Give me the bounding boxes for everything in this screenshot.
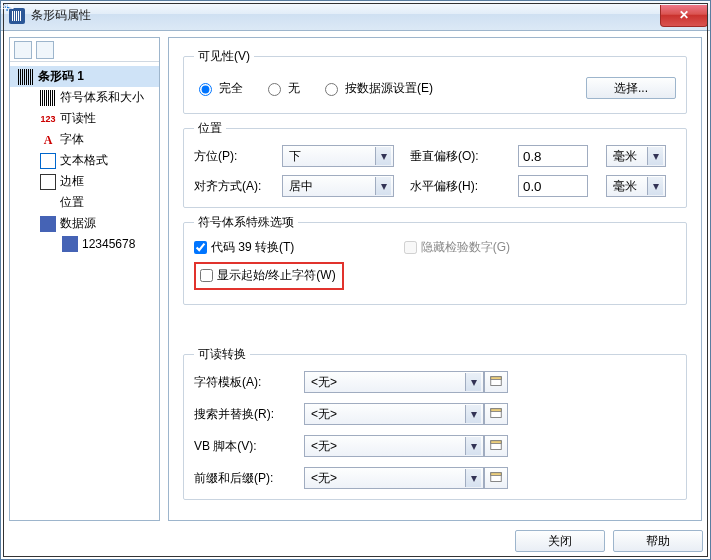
search-replace-combo[interactable]: <无> ▾ — [304, 403, 484, 425]
vis-radio-by-ds-input[interactable] — [325, 83, 338, 96]
char-template-combo[interactable]: <无> ▾ — [304, 371, 484, 393]
orient-combo[interactable]: 下 ▾ — [282, 145, 394, 167]
position-grid: 方位(P): 下 ▾ 垂直偏移(O): 毫米 ▾ 对齐方式(A): 居中 ▾ — [194, 145, 676, 197]
char-template-edit-button[interactable] — [484, 371, 508, 393]
orient-combo-value: 下 — [289, 148, 301, 165]
edit-icon — [489, 407, 503, 421]
vis-radio-by-datasource[interactable]: 按数据源设置(E) — [320, 80, 433, 97]
position-group: 位置 方位(P): 下 ▾ 垂直偏移(O): 毫米 ▾ 对齐方式(A): — [183, 120, 687, 208]
left-panel: 条形码 1 符号体系和大小 123 可读性 A 字体 文本格式 — [9, 37, 160, 521]
readable-conv-legend: 可读转换 — [194, 346, 250, 363]
readable-conv-group: 可读转换 字符模板(A): <无> ▾ 搜索并替换(R): <无> ▾ — [183, 346, 687, 500]
svg-rect-5 — [491, 441, 502, 444]
chk-code39[interactable]: 代码 39 转换(T) — [194, 239, 344, 256]
chevron-down-icon: ▾ — [647, 177, 663, 195]
vis-radio-none-input[interactable] — [268, 83, 281, 96]
right-inner: 可见性(V) 完全 无 按数据源设置(E) 选择... — [169, 38, 701, 321]
readable-conv-section: 可读转换 字符模板(A): <无> ▾ 搜索并替换(R): <无> ▾ — [183, 346, 687, 506]
visibility-legend: 可见性(V) — [194, 48, 254, 65]
prefix-suffix-combo[interactable]: <无> ▾ — [304, 467, 484, 489]
char-template-value: <无> — [311, 374, 337, 391]
vis-select-button[interactable]: 选择... — [586, 77, 676, 99]
chk-show-start-stop[interactable]: 显示起始/终止字符(W) — [200, 267, 336, 284]
property-tree: 条形码 1 符号体系和大小 123 可读性 A 字体 文本格式 — [10, 62, 159, 258]
vis-radio-full[interactable]: 完全 — [194, 80, 243, 97]
search-replace-edit-button[interactable] — [484, 403, 508, 425]
svg-rect-3 — [491, 409, 502, 412]
vis-radio-by-ds-label: 按数据源设置(E) — [345, 80, 433, 97]
prefix-suffix-edit-button[interactable] — [484, 467, 508, 489]
vb-script-combo[interactable]: <无> ▾ — [304, 435, 484, 457]
highlight-show-start-stop: 显示起始/终止字符(W) — [194, 262, 344, 290]
vb-script-edit-button[interactable] — [484, 435, 508, 457]
position-legend: 位置 — [194, 120, 226, 137]
hoffset-input[interactable] — [518, 175, 588, 197]
tree-children: 符号体系和大小 123 可读性 A 字体 文本格式 边框 — [10, 87, 159, 254]
svg-rect-7 — [491, 473, 502, 476]
align-combo[interactable]: 居中 ▾ — [282, 175, 394, 197]
chk-show-start-stop-input[interactable] — [200, 269, 213, 282]
chk-hide-check-digit: 隐藏检验数字(G) — [404, 239, 510, 256]
chevron-down-icon: ▾ — [465, 437, 481, 455]
char-template-label: 字符模板(A): — [194, 374, 304, 391]
prefix-suffix-value: <无> — [311, 470, 337, 487]
chk-code39-label: 代码 39 转换(T) — [211, 239, 294, 256]
right-panel: 可见性(V) 完全 无 按数据源设置(E) 选择... — [168, 37, 702, 521]
chevron-down-icon: ▾ — [465, 405, 481, 423]
vis-radio-none[interactable]: 无 — [263, 80, 300, 97]
symbol-options-legend: 符号体系特殊选项 — [194, 214, 298, 231]
chevron-down-icon: ▾ — [465, 469, 481, 487]
vb-script-label: VB 脚本(V): — [194, 438, 304, 455]
voffset-unit-value: 毫米 — [613, 148, 637, 165]
close-button[interactable]: 关闭 — [515, 530, 605, 552]
search-replace-label: 搜索并替换(R): — [194, 406, 304, 423]
chk-code39-input[interactable] — [194, 241, 207, 254]
content-area: 条形码 1 符号体系和大小 123 可读性 A 字体 文本格式 — [1, 31, 710, 521]
orient-label: 方位(P): — [194, 148, 264, 165]
visibility-row: 完全 无 按数据源设置(E) 选择... — [194, 77, 676, 99]
tree-item-border[interactable]: 边框 — [32, 171, 159, 192]
symbol-options-group: 符号体系特殊选项 代码 39 转换(T) 显示起始/终止字符(W) — [183, 214, 687, 305]
hoffset-unit-combo[interactable]: 毫米 ▾ — [606, 175, 666, 197]
edit-icon — [489, 375, 503, 389]
chk-show-start-stop-label: 显示起始/终止字符(W) — [217, 267, 336, 284]
edit-icon — [489, 471, 503, 485]
border-icon — [40, 174, 56, 190]
voffset-input[interactable] — [518, 145, 588, 167]
edit-icon — [489, 439, 503, 453]
vis-radio-full-input[interactable] — [199, 83, 212, 96]
readable-conv-grid: 字符模板(A): <无> ▾ 搜索并替换(R): <无> ▾ — [194, 371, 676, 489]
search-replace-value: <无> — [311, 406, 337, 423]
chevron-down-icon: ▾ — [375, 147, 391, 165]
prefix-suffix-label: 前缀和后缀(P): — [194, 470, 304, 487]
visibility-group: 可见性(V) 完全 无 按数据源设置(E) 选择... — [183, 48, 687, 114]
svg-rect-1 — [491, 377, 502, 380]
chevron-down-icon: ▾ — [375, 177, 391, 195]
chevron-down-icon: ▾ — [647, 147, 663, 165]
voffset-unit-combo[interactable]: 毫米 ▾ — [606, 145, 666, 167]
dialog-footer: 关闭 帮助 — [515, 530, 703, 552]
chk-hide-check-digit-input — [404, 241, 417, 254]
align-label: 对齐方式(A): — [194, 178, 264, 195]
chevron-down-icon: ▾ — [465, 373, 481, 391]
hoffset-unit-value: 毫米 — [613, 178, 637, 195]
hoffset-label: 水平偏移(H): — [410, 178, 510, 195]
vis-radio-full-label: 完全 — [219, 80, 243, 97]
chk-hide-check-digit-label: 隐藏检验数字(G) — [421, 239, 510, 256]
vis-radio-none-label: 无 — [288, 80, 300, 97]
voffset-label: 垂直偏移(O): — [410, 148, 510, 165]
align-combo-value: 居中 — [289, 178, 313, 195]
help-button[interactable]: 帮助 — [613, 530, 703, 552]
vb-script-value: <无> — [311, 438, 337, 455]
